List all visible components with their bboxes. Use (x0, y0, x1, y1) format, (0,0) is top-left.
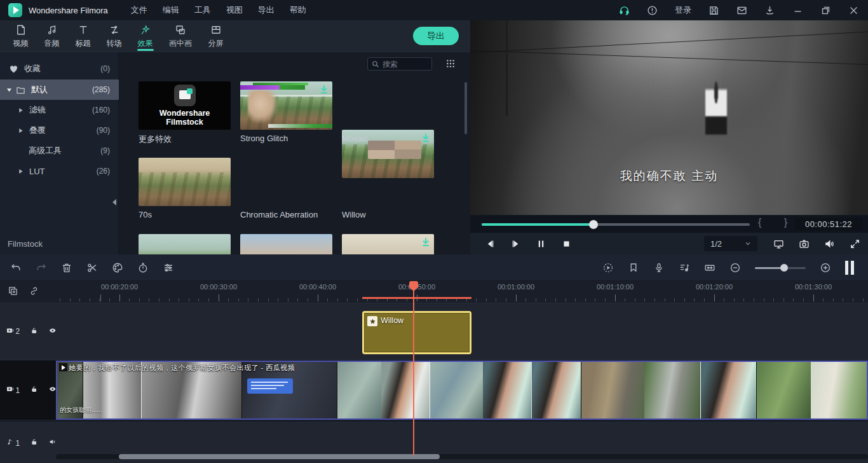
delete-button[interactable] (61, 262, 72, 273)
zoom-in-button[interactable] (820, 262, 831, 273)
video-track-1: 1 她要的，我给不了以后的视频，这个俄罗斯女孩不会出现了 - 西瓜视频 的女孩聪… (0, 361, 868, 420)
seek-bar[interactable] (482, 223, 750, 226)
clip-label: Willow (381, 316, 403, 325)
effect-card-filmstock[interactable]: WondershareFilmstock (139, 81, 231, 130)
preview-video[interactable]: 我的确不敢 主动 (470, 20, 868, 215)
pause-button[interactable] (536, 239, 546, 249)
willow-effect-clip[interactable]: Willow (362, 311, 471, 354)
tab-titles[interactable]: 标题 (67, 20, 98, 52)
render-preview-button[interactable] (602, 262, 614, 273)
stop-button[interactable] (562, 239, 571, 249)
snapshot-camera-button[interactable] (799, 238, 810, 249)
effect-card-70s[interactable] (139, 158, 231, 206)
panel-collapse-icon[interactable] (112, 199, 117, 205)
seek-handle[interactable] (589, 220, 598, 229)
timeline-panel: 00:00:20:00 00:00:30:00 00:00:40:00 00:0… (0, 254, 868, 463)
support-headset-icon[interactable] (619, 5, 630, 16)
lut-count: (26) (97, 167, 110, 176)
effect-card-strong-glitch[interactable] (240, 81, 332, 130)
marker-button[interactable] (628, 262, 639, 273)
tab-audio[interactable]: 音频 (36, 20, 67, 52)
restore-button[interactable] (820, 5, 831, 16)
pause-bars-icon[interactable] (845, 261, 854, 275)
login-button[interactable]: 登录 (675, 4, 691, 16)
mute-track-icon[interactable] (49, 438, 56, 448)
fullscreen-button[interactable] (850, 238, 860, 249)
effect-card-partial[interactable] (342, 234, 434, 254)
tab-pip[interactable]: 画中画 (161, 20, 200, 52)
voiceover-mic-button[interactable] (653, 262, 665, 273)
sidebar-item-overlays[interactable]: 叠覆 (90) (0, 120, 119, 141)
previous-frame-button[interactable] (485, 239, 495, 249)
redo-button[interactable] (36, 262, 47, 273)
download-effect-icon[interactable] (421, 237, 431, 247)
timeline-toolbar (0, 254, 868, 281)
sidebar-item-filters[interactable]: 滤镜 (160) (0, 100, 119, 120)
sidebar-item-default[interactable]: 默认 (285) (0, 79, 119, 100)
menu-tools[interactable]: 工具 (194, 4, 211, 16)
filmstock-logo-icon (174, 85, 196, 106)
link-clips-icon[interactable] (29, 286, 39, 296)
grid-view-icon[interactable] (445, 59, 456, 69)
lock-track-icon[interactable] (31, 327, 37, 336)
save-icon[interactable] (709, 5, 719, 16)
speed-timer-button[interactable] (137, 262, 149, 273)
download-icon[interactable] (764, 5, 775, 16)
lock-track-icon[interactable] (31, 438, 37, 448)
zoom-slider-handle[interactable] (780, 264, 788, 272)
default-label: 默认 (31, 84, 48, 95)
mail-icon[interactable] (736, 5, 747, 16)
tab-effects[interactable]: 效果 (130, 20, 161, 52)
close-button[interactable] (848, 5, 859, 16)
audio-mixer-button[interactable] (679, 262, 690, 273)
filmstock-line1: Wondershare (159, 109, 210, 118)
export-button[interactable]: 导出 (413, 27, 459, 45)
menu-view[interactable]: 视图 (226, 4, 243, 16)
timeline-ruler[interactable]: 00:00:20:00 00:00:30:00 00:00:40:00 00:0… (0, 281, 868, 302)
toggle-visibility-icon[interactable] (49, 385, 56, 395)
tab-split-screen[interactable]: 分屏 (200, 20, 231, 52)
playhead-line[interactable] (413, 290, 414, 455)
sidebar-item-lut[interactable]: LUT (26) (0, 161, 119, 181)
app-title: Wondershare Filmora (29, 6, 108, 15)
search-box[interactable] (367, 57, 432, 71)
playback-quality-dropdown[interactable]: 1/2 (704, 236, 757, 251)
undo-button[interactable] (10, 262, 22, 273)
tab-transitions[interactable]: 转场 (98, 20, 130, 52)
download-effect-icon[interactable] (319, 84, 329, 94)
menu-export[interactable]: 导出 (258, 4, 275, 16)
effects-scrollbar[interactable] (465, 82, 467, 134)
quality-value: 1/2 (710, 239, 722, 249)
main-video-clip[interactable]: 她要的，我给不了以后的视频，这个俄罗斯女孩不会出现了 - 西瓜视频 的女孩聪明.… (56, 361, 868, 420)
timeline-hscrollbar-thumb[interactable] (119, 454, 440, 459)
info-icon[interactable] (647, 5, 658, 16)
toggle-visibility-icon[interactable] (49, 327, 56, 336)
display-device-button[interactable] (773, 238, 784, 249)
lock-track-icon[interactable] (31, 385, 37, 395)
search-input[interactable] (383, 60, 427, 69)
filters-count: (160) (92, 106, 110, 114)
copy-clip-icon[interactable] (8, 286, 18, 296)
minimize-button[interactable] (792, 5, 803, 16)
zoom-out-button[interactable] (729, 262, 741, 273)
filmstock-section-label[interactable]: Filmstock (8, 239, 43, 249)
menu-file[interactable]: 文件 (131, 4, 147, 16)
tab-video[interactable]: 视频 (5, 20, 36, 52)
menu-edit[interactable]: 编辑 (163, 4, 179, 16)
adjust-settings-button[interactable] (163, 262, 174, 273)
sidebar-item-favorites[interactable]: 收藏 (0) (0, 59, 119, 79)
next-frame-button[interactable] (511, 239, 520, 249)
menu-help[interactable]: 帮助 (290, 4, 306, 16)
sidebar-item-advanced-tools[interactable]: 高级工具 (9) (0, 141, 119, 161)
mark-out-button[interactable]: } (784, 217, 787, 228)
color-palette-button[interactable] (112, 262, 123, 273)
mark-in-button[interactable]: { (758, 217, 761, 228)
video-tab-icon (15, 24, 27, 36)
effect-card-partial[interactable] (139, 234, 231, 254)
effect-card-partial[interactable] (240, 234, 332, 254)
volume-button[interactable] (824, 238, 835, 249)
split-scissors-button[interactable] (86, 262, 98, 273)
lut-label: LUT (29, 167, 45, 176)
timeline-zoom-slider[interactable] (755, 267, 806, 269)
fit-timeline-button[interactable] (704, 262, 715, 273)
